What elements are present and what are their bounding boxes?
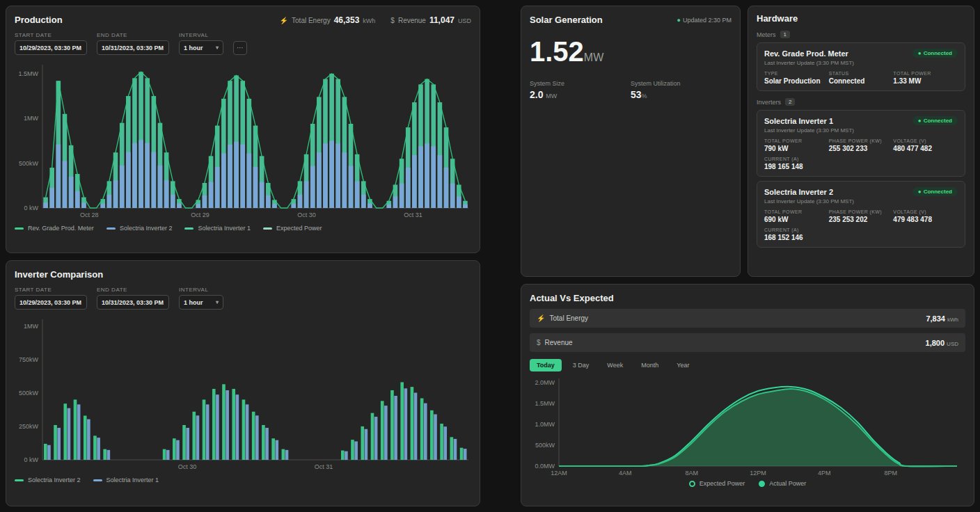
actual-vs-expected-chart: 2.0MW1.5MW1.0MW500kW0.0MW12AM4AM8AM12PM4…: [530, 374, 963, 477]
badge-label: Connected: [924, 118, 952, 124]
metric-value: 690 kW: [764, 216, 829, 223]
row-unit: kWh: [947, 317, 958, 323]
production-title: Production: [15, 15, 63, 25]
metric-label: Current (A): [764, 227, 958, 232]
inverter-card-title: Solectria Inverter 2: [764, 188, 833, 196]
total-energy-unit: kWh: [363, 17, 375, 24]
tab-3-day[interactable]: 3 Day: [566, 359, 596, 371]
legend-label: Expected Power: [276, 225, 322, 232]
start-date-input[interactable]: [15, 40, 87, 55]
meter-swatch-icon: [15, 227, 24, 230]
solar-generation-panel: Solar Generation ●Updated 2:30 PM 1.52MW…: [521, 6, 741, 277]
legend-item[interactable]: Solectria Inverter 2: [106, 225, 173, 232]
interval-value: 1 hour: [184, 299, 203, 306]
legend-item[interactable]: Solectria Inverter 1: [184, 225, 251, 232]
production-total-energy: ⚡ Total Energy 46,353 kWh: [280, 15, 376, 25]
interval-select[interactable]: 1 hour ▾: [179, 40, 223, 55]
metric-label: Voltage (V): [893, 138, 958, 143]
metric-value: 235 253 202: [829, 216, 894, 223]
legend-item[interactable]: Solectria Inverter 2: [15, 477, 81, 483]
badge-dot-icon: ●: [918, 189, 922, 195]
lightning-icon: ⚡: [280, 17, 288, 24]
generation-unit: MW: [584, 51, 603, 63]
interval-select[interactable]: 1 hour ▾: [179, 295, 223, 310]
connected-badge: ●Connected: [912, 49, 958, 58]
tab-month[interactable]: Month: [634, 359, 665, 371]
svg-text:Oct 30: Oct 30: [178, 463, 197, 470]
legend-item[interactable]: Rev. Grade Prod. Meter: [15, 225, 94, 232]
legend-label: Solectria Inverter 1: [198, 225, 251, 232]
start-date-input[interactable]: [15, 295, 87, 310]
end-date-input[interactable]: [97, 295, 169, 310]
inverter-comparison-panel: Inverter Comparison Start Date End Date …: [6, 260, 480, 506]
production-chart: 1.5MW1MW500kW0 kWOct 28Oct 29Oct 30Oct 3…: [15, 59, 471, 221]
tab-today[interactable]: Today: [530, 359, 562, 371]
svg-text:0 kW: 0 kW: [24, 205, 38, 211]
row-value: 1,800: [926, 339, 945, 347]
expected-power-ring-icon: [689, 481, 695, 487]
row-label: Total Energy: [549, 314, 588, 322]
legend-item[interactable]: Actual Power: [759, 480, 806, 487]
tab-year[interactable]: Year: [670, 359, 696, 371]
svg-text:4AM: 4AM: [619, 470, 632, 477]
inverter-comparison-title: Inverter Comparison: [15, 269, 103, 280]
legend-item[interactable]: Solectria Inverter 1: [93, 477, 159, 483]
lightning-icon: ⚡: [537, 314, 545, 322]
start-date-label: Start Date: [15, 32, 87, 38]
production-revenue: $ Revenue 11,047 USD: [390, 15, 471, 25]
actual-vs-expected-panel: Actual Vs Expected ⚡Total Energy 7,834 k…: [521, 284, 974, 506]
connected-badge: ●Connected: [912, 116, 958, 125]
legend-item[interactable]: Expected Power: [689, 480, 745, 487]
system-size-unit: MW: [546, 93, 557, 99]
actual-power-ring-icon: [759, 481, 765, 487]
metric-label: Phase Power (kW): [829, 138, 894, 143]
revenue-label: Revenue: [398, 17, 426, 24]
svg-text:8PM: 8PM: [884, 470, 897, 477]
svg-text:12PM: 12PM: [750, 470, 766, 477]
system-size-value: 2.0: [530, 89, 543, 100]
hardware-title: Hardware: [757, 13, 965, 24]
metric: Total Power1.33 MW: [893, 71, 958, 85]
tab-week[interactable]: Week: [600, 359, 630, 371]
badge-label: Connected: [924, 189, 952, 195]
meter-card-subtitle: Last Inverter Update (3:30 PM MST): [764, 60, 958, 66]
production-legend: Rev. Grade Prod. Meter Solectria Inverte…: [15, 225, 471, 232]
generation-number: 1.52: [530, 36, 584, 67]
metric-label: Status: [829, 71, 894, 76]
system-utilization: System Utilization 53%: [631, 80, 732, 100]
metric-value: 790 kW: [764, 145, 829, 152]
svg-text:0.0MW: 0.0MW: [535, 463, 555, 470]
inverter1-swatch-icon: [93, 479, 102, 481]
inverter-card-subtitle: Last Inverter Update (3:30 PM MST): [764, 198, 958, 205]
end-date-input[interactable]: [97, 40, 169, 55]
end-date-label: End Date: [97, 32, 169, 38]
inverter-card: Solectria Inverter 2 ●Connected Last Inv…: [757, 181, 965, 248]
connected-badge: ●Connected: [912, 187, 958, 196]
svg-text:1.5MW: 1.5MW: [18, 70, 38, 77]
actual-legend: Expected Power Actual Power: [530, 480, 965, 487]
chevron-down-icon: ▾: [216, 45, 219, 51]
revenue-unit: USD: [458, 17, 471, 24]
svg-text:500kW: 500kW: [19, 390, 39, 397]
production-panel: Production ⚡ Total Energy 46,353 kWh $ R…: [6, 6, 480, 253]
actual-vs-expected-title: Actual Vs Expected: [530, 293, 965, 303]
metric-label: Type: [764, 71, 829, 76]
metric: Total Power690 kW: [764, 209, 829, 223]
svg-text:Oct 31: Oct 31: [315, 463, 333, 470]
svg-text:Oct 30: Oct 30: [297, 211, 316, 218]
utilization-unit: %: [642, 93, 647, 99]
svg-text:Oct 28: Oct 28: [80, 211, 99, 218]
inverter-comparison-legend: Solectria Inverter 2 Solectria Inverter …: [15, 477, 471, 483]
start-date-label: Start Date: [15, 287, 87, 293]
meters-label: Meters: [757, 31, 776, 38]
hardware-panel: Hardware Meters 1 Rev. Grade Prod. Meter…: [748, 6, 974, 277]
current-generation-value: 1.52MW: [530, 36, 732, 67]
total-energy-row: ⚡Total Energy 7,834 kWh: [530, 309, 965, 328]
end-date-label: End Date: [97, 287, 169, 293]
chart-options-button[interactable]: ⋯: [233, 41, 247, 55]
inverter-card-title: Solectria Inverter 1: [764, 117, 833, 125]
legend-item[interactable]: Expected Power: [263, 225, 322, 232]
svg-text:1MW: 1MW: [24, 323, 39, 330]
interval-label: Interval: [179, 287, 223, 293]
svg-text:500kW: 500kW: [535, 442, 555, 449]
